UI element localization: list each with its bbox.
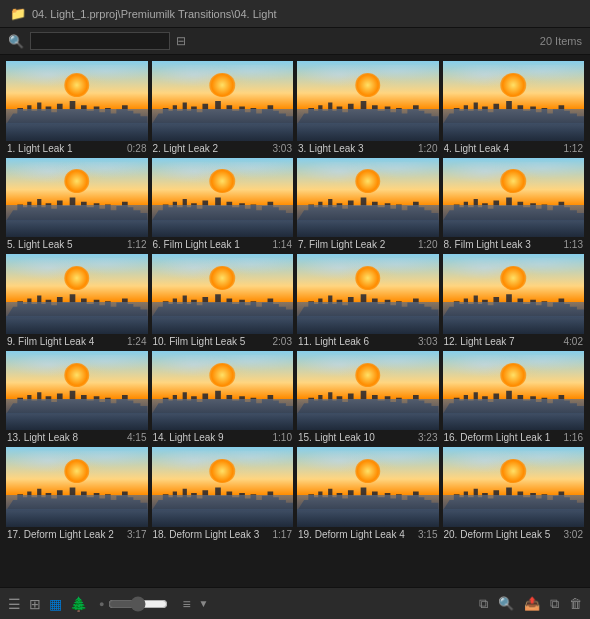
grid-item[interactable]: 14. Light Leak 91:10 <box>152 351 294 444</box>
item-label: 9. Film Light Leak 41:24 <box>6 336 148 347</box>
thumbnail <box>297 447 439 527</box>
thumbnail <box>152 254 294 334</box>
item-name: 2. Light Leak 2 <box>153 143 219 154</box>
thumbnail <box>443 158 585 238</box>
grid-item[interactable]: 4. Light Leak 41:12 <box>443 61 585 154</box>
item-duration: 3:23 <box>418 432 437 443</box>
item-duration: 1:16 <box>564 432 583 443</box>
media-grid: 1. Light Leak 10:282. Light Leak 23:033.… <box>0 55 590 587</box>
item-name: 10. Film Light Leak 5 <box>153 336 246 347</box>
search-bottom-icon[interactable]: 🔍 <box>498 596 514 612</box>
filter-icon[interactable]: ⊟ <box>176 34 186 48</box>
extract-icon[interactable]: 📤 <box>524 596 540 612</box>
item-count: 20 Items <box>540 35 582 47</box>
slider-min-icon: ● <box>99 599 104 609</box>
delete-icon[interactable]: 🗑 <box>569 596 582 612</box>
grid-item[interactable]: 10. Film Light Leak 52:03 <box>152 254 294 347</box>
grid-item[interactable]: 15. Light Leak 103:23 <box>297 351 439 444</box>
search-bar: 🔍 ⊟ 20 Items <box>0 28 590 55</box>
grid-item[interactable]: 5. Light Leak 51:12 <box>6 158 148 251</box>
grid-item[interactable]: 9. Film Light Leak 41:24 <box>6 254 148 347</box>
item-label: 4. Light Leak 41:12 <box>443 143 585 154</box>
item-name: 15. Light Leak 10 <box>298 432 375 443</box>
search-input[interactable] <box>30 32 170 50</box>
search-icon: 🔍 <box>8 34 24 49</box>
grid-item[interactable]: 3. Light Leak 31:20 <box>297 61 439 154</box>
title-bar: 📁 04. Light_1.prproj\Premiumilk Transiti… <box>0 0 590 28</box>
tile-view-icon[interactable]: ▦ <box>49 596 62 612</box>
thumbnail <box>6 254 148 334</box>
grid-item[interactable]: 2. Light Leak 23:03 <box>152 61 294 154</box>
item-duration: 4:02 <box>564 336 583 347</box>
item-label: 1. Light Leak 10:28 <box>6 143 148 154</box>
bottom-right-actions: ⧉ 🔍 📤 ⧉ 🗑 <box>479 596 582 612</box>
thumbnail <box>297 61 439 141</box>
thumbnail <box>6 447 148 527</box>
grid-item[interactable]: 20. Deform Light Leak 53:02 <box>443 447 585 540</box>
title-path: 04. Light_1.prproj\Premiumilk Transition… <box>32 8 277 20</box>
item-duration: 3:15 <box>418 529 437 540</box>
thumbnail <box>443 254 585 334</box>
thumbnail <box>6 351 148 431</box>
item-label: 7. Film Light Leak 21:20 <box>297 239 439 250</box>
item-label: 2. Light Leak 23:03 <box>152 143 294 154</box>
grid-item[interactable]: 1. Light Leak 10:28 <box>6 61 148 154</box>
grid-item[interactable]: 11. Light Leak 63:03 <box>297 254 439 347</box>
item-name: 1. Light Leak 1 <box>7 143 73 154</box>
item-label: 20. Deform Light Leak 53:02 <box>443 529 585 540</box>
folder-icon: 📁 <box>10 6 26 21</box>
item-name: 7. Film Light Leak 2 <box>298 239 385 250</box>
item-label: 19. Deform Light Leak 43:15 <box>297 529 439 540</box>
item-name: 8. Film Light Leak 3 <box>444 239 531 250</box>
item-name: 17. Deform Light Leak 2 <box>7 529 114 540</box>
grid-item[interactable]: 6. Film Light Leak 11:14 <box>152 158 294 251</box>
item-duration: 1:13 <box>564 239 583 250</box>
grid-item[interactable]: 17. Deform Light Leak 23:17 <box>6 447 148 540</box>
item-name: 12. Light Leak 7 <box>444 336 515 347</box>
item-name: 3. Light Leak 3 <box>298 143 364 154</box>
item-label: 6. Film Light Leak 11:14 <box>152 239 294 250</box>
size-slider-wrap: ● <box>99 596 168 612</box>
stacked-icon[interactable]: ⧉ <box>479 596 488 612</box>
thumbnail <box>6 158 148 238</box>
item-duration: 1:20 <box>418 143 437 154</box>
item-label: 16. Deform Light Leak 11:16 <box>443 432 585 443</box>
item-name: 14. Light Leak 9 <box>153 432 224 443</box>
item-label: 17. Deform Light Leak 23:17 <box>6 529 148 540</box>
grid-view-icon[interactable]: ⊞ <box>29 596 41 612</box>
thumbnail <box>443 351 585 431</box>
grid-item[interactable]: 7. Film Light Leak 21:20 <box>297 158 439 251</box>
grid-item[interactable]: 19. Deform Light Leak 43:15 <box>297 447 439 540</box>
item-duration: 4:15 <box>127 432 146 443</box>
item-name: 9. Film Light Leak 4 <box>7 336 94 347</box>
size-slider[interactable] <box>108 596 168 612</box>
tree-view-icon[interactable]: 🌲 <box>70 596 87 612</box>
item-name: 16. Deform Light Leak 1 <box>444 432 551 443</box>
item-name: 6. Film Light Leak 1 <box>153 239 240 250</box>
thumbnail <box>297 351 439 431</box>
item-duration: 1:17 <box>273 529 292 540</box>
thumbnail <box>443 447 585 527</box>
item-duration: 1:12 <box>127 239 146 250</box>
item-name: 11. Light Leak 6 <box>298 336 369 347</box>
dropdown-icon[interactable]: ▼ <box>199 598 209 609</box>
grid-item[interactable]: 16. Deform Light Leak 11:16 <box>443 351 585 444</box>
panel-icon[interactable]: ⧉ <box>550 596 559 612</box>
item-duration: 1:20 <box>418 239 437 250</box>
grid-item[interactable]: 8. Film Light Leak 31:13 <box>443 158 585 251</box>
item-duration: 1:12 <box>564 143 583 154</box>
thumbnail <box>152 351 294 431</box>
list-view-icon[interactable]: ☰ <box>8 596 21 612</box>
item-name: 5. Light Leak 5 <box>7 239 73 250</box>
menu-icon[interactable]: ≡ <box>182 596 190 612</box>
thumbnail <box>152 447 294 527</box>
item-duration: 1:14 <box>273 239 292 250</box>
grid-item[interactable]: 18. Deform Light Leak 31:17 <box>152 447 294 540</box>
item-label: 5. Light Leak 51:12 <box>6 239 148 250</box>
grid-item[interactable]: 12. Light Leak 74:02 <box>443 254 585 347</box>
item-duration: 3:03 <box>418 336 437 347</box>
item-duration: 1:24 <box>127 336 146 347</box>
grid-item[interactable]: 13. Light Leak 84:15 <box>6 351 148 444</box>
item-duration: 3:03 <box>273 143 292 154</box>
item-label: 8. Film Light Leak 31:13 <box>443 239 585 250</box>
